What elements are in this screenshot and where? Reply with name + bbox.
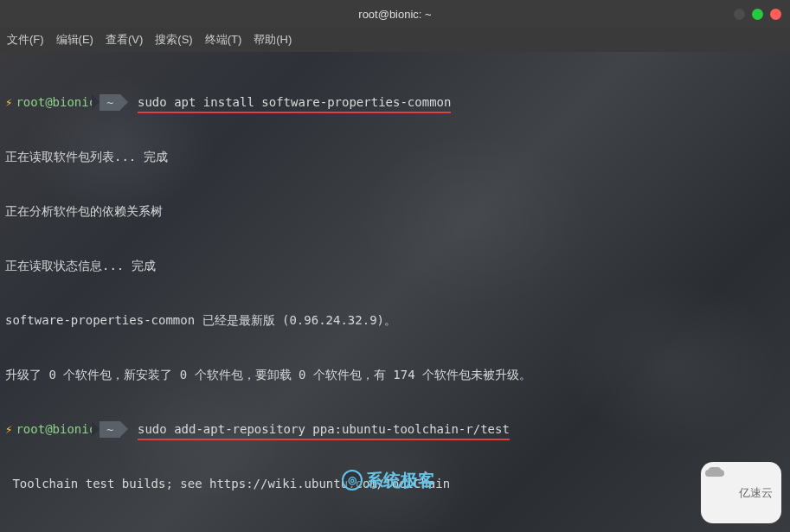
- prompt-separator: ~: [100, 421, 120, 438]
- watermark-icon: ◎: [342, 470, 363, 490]
- cwd-badge: ~: [100, 421, 120, 438]
- output-line: 正在读取软件包列表... 完成: [5, 148, 785, 166]
- window-title: root@bionic: ~: [358, 8, 431, 21]
- minimize-button[interactable]: [734, 9, 745, 20]
- menu-file[interactable]: 文件(F): [7, 32, 44, 48]
- prompt-line-2: ⚡ root@bionic ~ sudo add-apt-repository …: [5, 420, 785, 439]
- cloud-badge: 亿速云: [701, 462, 781, 523]
- menu-help[interactable]: 帮助(H): [254, 32, 292, 48]
- titlebar: root@bionic: ~: [0, 0, 790, 28]
- maximize-button[interactable]: [752, 9, 763, 20]
- bolt-icon: ⚡: [5, 93, 12, 112]
- user-host: root@bionic: [16, 93, 96, 112]
- cwd-badge: ~: [100, 94, 120, 111]
- close-button[interactable]: [770, 9, 781, 20]
- output-line: software-properties-common 已经是最新版 (0.96.…: [5, 311, 785, 330]
- cloud-badge-text: 亿速云: [739, 486, 773, 499]
- output-line: 升级了 0 个软件包，新安装了 0 个软件包，要卸载 0 个软件包，有 174 …: [5, 366, 785, 384]
- watermark: ◎ 系统极客: [342, 470, 435, 490]
- output-line: 正在读取状态信息... 完成: [5, 257, 785, 275]
- prompt-line-1: ⚡ root@bionic ~ sudo apt install softwar…: [5, 93, 785, 112]
- menu-edit[interactable]: 编辑(E): [56, 32, 93, 48]
- output-line: 正在分析软件包的依赖关系树: [5, 202, 785, 221]
- menu-view[interactable]: 查看(V): [106, 32, 143, 48]
- command-2: sudo add-apt-repository ppa:ubuntu-toolc…: [138, 420, 510, 439]
- user-host: root@bionic: [16, 420, 96, 439]
- menu-terminal[interactable]: 终端(T): [205, 32, 242, 48]
- menu-search[interactable]: 搜索(S): [155, 32, 192, 48]
- command-1: sudo apt install software-properties-com…: [138, 93, 451, 112]
- terminal-area[interactable]: ⚡ root@bionic ~ sudo apt install softwar…: [0, 52, 790, 532]
- window-controls: [734, 9, 781, 20]
- watermark-text: 系统极客: [366, 471, 435, 490]
- bolt-icon: ⚡: [5, 420, 12, 439]
- prompt-separator: ~: [100, 94, 120, 111]
- menubar: 文件(F) 编辑(E) 查看(V) 搜索(S) 终端(T) 帮助(H): [0, 28, 790, 52]
